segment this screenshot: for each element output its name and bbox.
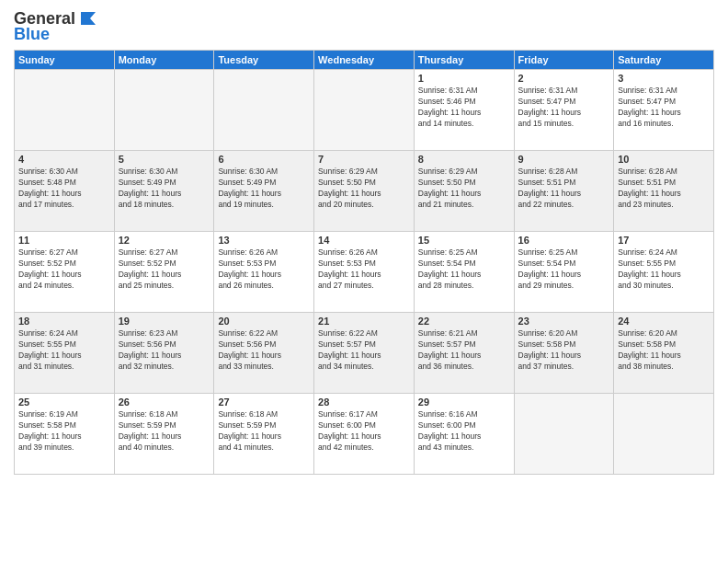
day-info: Sunrise: 6:26 AM Sunset: 5:53 PM Dayligh… <box>318 247 410 292</box>
day-info: Sunrise: 6:29 AM Sunset: 5:50 PM Dayligh… <box>318 167 410 211</box>
calendar-cell: 4Sunrise: 6:30 AM Sunset: 5:48 PM Daylig… <box>15 151 115 232</box>
day-info: Sunrise: 6:27 AM Sunset: 5:52 PM Dayligh… <box>18 247 110 292</box>
day-number: 21 <box>318 316 410 327</box>
day-number: 12 <box>119 235 210 246</box>
calendar-cell: 21Sunrise: 6:22 AM Sunset: 5:57 PM Dayli… <box>314 313 415 394</box>
day-info: Sunrise: 6:22 AM Sunset: 5:56 PM Dayligh… <box>218 328 310 373</box>
day-info: Sunrise: 6:25 AM Sunset: 5:54 PM Dayligh… <box>518 247 610 292</box>
day-number: 4 <box>18 154 110 165</box>
day-number: 22 <box>418 316 510 327</box>
calendar-table: Sunday Monday Tuesday Wednesday Thursday… <box>14 50 714 475</box>
day-info: Sunrise: 6:26 AM Sunset: 5:53 PM Dayligh… <box>218 247 310 292</box>
calendar-cell: 5Sunrise: 6:30 AM Sunset: 5:49 PM Daylig… <box>114 151 214 232</box>
day-info: Sunrise: 6:29 AM Sunset: 5:50 PM Dayligh… <box>418 167 510 211</box>
day-number: 26 <box>119 396 210 408</box>
day-info: Sunrise: 6:28 AM Sunset: 5:51 PM Dayligh… <box>518 167 610 211</box>
calendar-cell: 12Sunrise: 6:27 AM Sunset: 5:52 PM Dayli… <box>114 232 214 313</box>
calendar-cell: 10Sunrise: 6:28 AM Sunset: 5:51 PM Dayli… <box>614 151 714 232</box>
day-number: 15 <box>418 235 510 246</box>
calendar-cell: 23Sunrise: 6:20 AM Sunset: 5:58 PM Dayli… <box>514 313 614 394</box>
day-info: Sunrise: 6:30 AM Sunset: 5:49 PM Dayligh… <box>119 167 210 211</box>
day-info: Sunrise: 6:25 AM Sunset: 5:54 PM Dayligh… <box>418 247 510 292</box>
calendar-cell: 29Sunrise: 6:16 AM Sunset: 6:00 PM Dayli… <box>414 394 514 475</box>
calendar-week-row: 4Sunrise: 6:30 AM Sunset: 5:48 PM Daylig… <box>15 151 714 232</box>
calendar-cell: 22Sunrise: 6:21 AM Sunset: 5:57 PM Dayli… <box>414 313 514 394</box>
day-info: Sunrise: 6:28 AM Sunset: 5:51 PM Dayligh… <box>618 167 710 211</box>
day-number: 7 <box>318 154 410 165</box>
day-number: 3 <box>618 73 710 84</box>
calendar-cell: 25Sunrise: 6:19 AM Sunset: 5:58 PM Dayli… <box>15 394 115 475</box>
day-number: 18 <box>18 316 110 327</box>
day-info: Sunrise: 6:24 AM Sunset: 5:55 PM Dayligh… <box>18 328 110 373</box>
day-info: Sunrise: 6:30 AM Sunset: 5:49 PM Dayligh… <box>218 167 310 211</box>
day-info: Sunrise: 6:27 AM Sunset: 5:52 PM Dayligh… <box>119 247 210 292</box>
calendar-cell: 27Sunrise: 6:18 AM Sunset: 5:59 PM Dayli… <box>214 394 314 475</box>
calendar-cell: 13Sunrise: 6:26 AM Sunset: 5:53 PM Dayli… <box>214 232 314 313</box>
calendar-cell: 9Sunrise: 6:28 AM Sunset: 5:51 PM Daylig… <box>514 151 614 232</box>
day-number: 19 <box>119 316 210 327</box>
calendar-cell: 15Sunrise: 6:25 AM Sunset: 5:54 PM Dayli… <box>414 232 514 313</box>
logo-blue-text: Blue <box>14 25 50 44</box>
calendar-cell: 6Sunrise: 6:30 AM Sunset: 5:49 PM Daylig… <box>214 151 314 232</box>
calendar-cell <box>314 70 415 151</box>
day-number: 13 <box>218 235 310 246</box>
day-number: 14 <box>318 235 410 246</box>
calendar-cell: 3Sunrise: 6:31 AM Sunset: 5:47 PM Daylig… <box>614 70 714 151</box>
day-info: Sunrise: 6:20 AM Sunset: 5:58 PM Dayligh… <box>518 328 610 373</box>
day-info: Sunrise: 6:30 AM Sunset: 5:48 PM Dayligh… <box>18 167 110 211</box>
calendar-cell: 11Sunrise: 6:27 AM Sunset: 5:52 PM Dayli… <box>15 232 115 313</box>
header-monday: Monday <box>114 51 214 70</box>
day-info: Sunrise: 6:21 AM Sunset: 5:57 PM Dayligh… <box>418 328 510 373</box>
calendar-cell: 28Sunrise: 6:17 AM Sunset: 6:00 PM Dayli… <box>314 394 415 475</box>
header-friday: Friday <box>514 51 614 70</box>
day-info: Sunrise: 6:31 AM Sunset: 5:47 PM Dayligh… <box>518 86 610 130</box>
day-number: 17 <box>618 235 710 246</box>
day-number: 8 <box>418 154 510 165</box>
header-tuesday: Tuesday <box>214 51 314 70</box>
header-wednesday: Wednesday <box>314 51 415 70</box>
day-info: Sunrise: 6:20 AM Sunset: 5:58 PM Dayligh… <box>618 328 710 373</box>
header-sunday: Sunday <box>15 51 115 70</box>
day-info: Sunrise: 6:18 AM Sunset: 5:59 PM Dayligh… <box>119 409 210 454</box>
day-info: Sunrise: 6:17 AM Sunset: 6:00 PM Dayligh… <box>318 409 410 454</box>
calendar-cell <box>15 70 115 151</box>
day-number: 25 <box>18 396 110 408</box>
day-number: 20 <box>218 316 310 327</box>
calendar-cell: 26Sunrise: 6:18 AM Sunset: 5:59 PM Dayli… <box>114 394 214 475</box>
day-info: Sunrise: 6:18 AM Sunset: 5:59 PM Dayligh… <box>218 409 310 454</box>
calendar-cell: 24Sunrise: 6:20 AM Sunset: 5:58 PM Dayli… <box>614 313 714 394</box>
calendar-week-row: 11Sunrise: 6:27 AM Sunset: 5:52 PM Dayli… <box>15 232 714 313</box>
calendar-week-row: 1Sunrise: 6:31 AM Sunset: 5:46 PM Daylig… <box>15 70 714 151</box>
day-info: Sunrise: 6:23 AM Sunset: 5:56 PM Dayligh… <box>119 328 210 373</box>
header-thursday: Thursday <box>414 51 514 70</box>
calendar-cell: 19Sunrise: 6:23 AM Sunset: 5:56 PM Dayli… <box>114 313 214 394</box>
day-number: 10 <box>618 154 710 165</box>
day-number: 5 <box>119 154 210 165</box>
day-number: 9 <box>518 154 610 165</box>
header-saturday: Saturday <box>614 51 714 70</box>
calendar-cell: 7Sunrise: 6:29 AM Sunset: 5:50 PM Daylig… <box>314 151 415 232</box>
day-number: 29 <box>418 396 510 408</box>
calendar-cell: 20Sunrise: 6:22 AM Sunset: 5:56 PM Dayli… <box>214 313 314 394</box>
day-number: 16 <box>518 235 610 246</box>
calendar-week-row: 25Sunrise: 6:19 AM Sunset: 5:58 PM Dayli… <box>15 394 714 475</box>
header: General Blue <box>14 9 714 44</box>
calendar-cell: 2Sunrise: 6:31 AM Sunset: 5:47 PM Daylig… <box>514 70 614 151</box>
day-number: 11 <box>18 235 110 246</box>
page: General Blue Sunday Monday Tuesday Wedne… <box>0 0 728 563</box>
day-number: 28 <box>318 396 410 408</box>
logo-flag-icon <box>77 10 97 27</box>
calendar-cell: 16Sunrise: 6:25 AM Sunset: 5:54 PM Dayli… <box>514 232 614 313</box>
calendar-cell: 1Sunrise: 6:31 AM Sunset: 5:46 PM Daylig… <box>414 70 514 151</box>
calendar-cell <box>114 70 214 151</box>
calendar-week-row: 18Sunrise: 6:24 AM Sunset: 5:55 PM Dayli… <box>15 313 714 394</box>
calendar-header-row: Sunday Monday Tuesday Wednesday Thursday… <box>15 51 714 70</box>
day-number: 6 <box>218 154 310 165</box>
logo: General Blue <box>14 9 97 44</box>
calendar-cell: 14Sunrise: 6:26 AM Sunset: 5:53 PM Dayli… <box>314 232 415 313</box>
day-info: Sunrise: 6:19 AM Sunset: 5:58 PM Dayligh… <box>18 409 110 454</box>
calendar-cell <box>614 394 714 475</box>
day-number: 27 <box>218 396 310 408</box>
day-info: Sunrise: 6:16 AM Sunset: 6:00 PM Dayligh… <box>418 409 510 454</box>
day-number: 23 <box>518 316 610 327</box>
